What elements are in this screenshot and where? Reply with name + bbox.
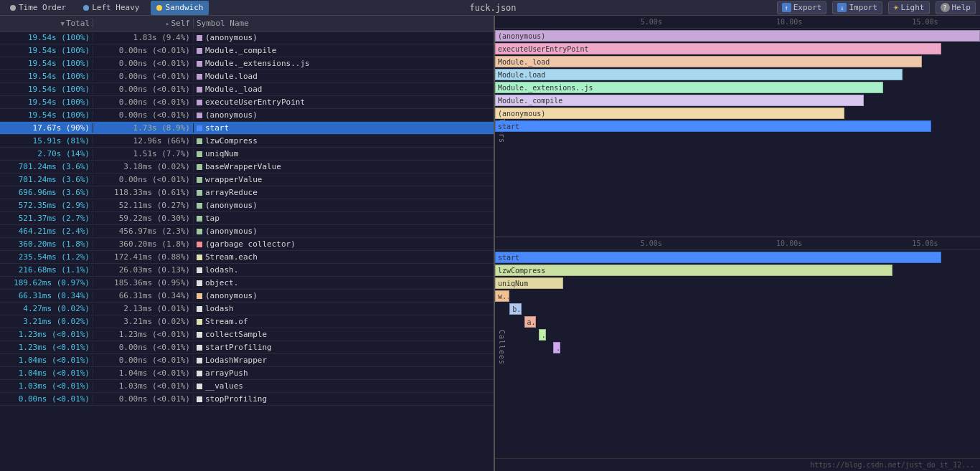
symbol-name: arrayReduce	[205, 188, 258, 197]
help-button[interactable]: ? Help	[936, 1, 976, 14]
table-row[interactable]: 66.31ms (0.34%) 66.31ms (0.34%) (anonymo…	[0, 290, 494, 303]
cell-self: 66.31ms (0.34%)	[93, 291, 194, 300]
cell-total: 360.20ms (1.8%)	[0, 239, 93, 249]
cell-total: 19.54s (100%)	[0, 46, 93, 55]
left-heavy-dot	[83, 5, 89, 11]
caller-bar[interactable]: (anonymous)	[495, 108, 844, 119]
callee-bar[interactable]: w...	[495, 290, 509, 302]
export-label: Export	[793, 3, 822, 12]
symbol-name: Module._extensions..js	[205, 59, 310, 68]
cell-self: 3.21ms (0.02%)	[93, 317, 194, 326]
table-row[interactable]: 19.54s (100%) 1.83s (9.4%) (anonymous)	[0, 32, 494, 44]
caller-bar[interactable]: executeUserEntryPoint	[495, 43, 941, 54]
light-label: Light	[900, 3, 924, 12]
caller-bar[interactable]: (anonymous)	[495, 30, 980, 42]
status-bar: https://blog.csdn.net/just_do_it_12...	[495, 458, 980, 471]
table-row[interactable]: 2.70s (14%) 1.51s (7.7%) uniqNum	[0, 148, 494, 161]
cell-symbol: stopProfiling	[194, 394, 494, 404]
cell-total: 464.21ms (2.4%)	[0, 227, 93, 236]
time-order-dot	[10, 5, 16, 11]
table-row[interactable]: 19.54s (100%) 0.00ns (<0.01%) Module._lo…	[0, 83, 494, 96]
question-icon: ?	[941, 3, 950, 12]
table-row[interactable]: 19.54s (100%) 0.00ns (<0.01%) Module.loa…	[0, 70, 494, 83]
symbol-name: start	[205, 123, 229, 133]
caller-bar[interactable]: Module._compile	[495, 95, 864, 106]
symbol-color	[197, 280, 202, 286]
table-row[interactable]: 1.04ms (<0.01%) 1.04ms (<0.01%) arrayPus…	[0, 367, 494, 380]
tab-left-heavy[interactable]: Left Heavy	[77, 1, 145, 15]
callee-bar[interactable]: b...	[509, 303, 522, 315]
table-row[interactable]: 521.37ms (2.7%) 59.22ms (0.30%) tap	[0, 212, 494, 225]
callee-bar[interactable]: ...	[553, 342, 560, 353]
table-row[interactable]: 696.96ms (3.6%) 118.33ms (0.61%) arrayRe…	[0, 186, 494, 199]
cell-symbol: Module._extensions..js	[194, 59, 494, 68]
table-row[interactable]: 1.23ms (<0.01%) 0.00ns (<0.01%) startPro…	[0, 341, 494, 354]
light-button[interactable]: ☀ Light	[888, 1, 929, 14]
tab-time-order[interactable]: Time Order	[4, 1, 72, 15]
symbol-color	[197, 371, 202, 376]
table-row[interactable]: 701.24ms (3.6%) 3.18ms (0.02%) baseWrapp…	[0, 161, 494, 173]
symbol-color	[197, 87, 202, 92]
cell-total: 4.27ms (0.02%)	[0, 304, 93, 313]
table-row[interactable]: 189.62ms (0.97%) 185.36ms (0.95%) object…	[0, 277, 494, 290]
table-row[interactable]: 360.20ms (1.8%) 360.20ms (1.8%) (garbage…	[0, 238, 494, 251]
symbol-name: startProfiling	[205, 343, 272, 352]
table-row[interactable]: 19.54s (100%) 0.00ns (<0.01%) (anonymous…	[0, 109, 494, 122]
table-row[interactable]: 701.24ms (3.6%) 0.00ns (<0.01%) wrapperV…	[0, 173, 494, 186]
cell-total: 572.35ms (2.9%)	[0, 201, 93, 210]
table-row[interactable]: 216.68ms (1.1%) 26.03ms (0.13%) lodash.	[0, 264, 494, 277]
table-row[interactable]: 464.21ms (2.4%) 456.97ms (2.3%) (anonymo…	[0, 225, 494, 238]
symbol-name: (anonymous)	[205, 33, 258, 42]
tab-sandwich[interactable]: Sandwich	[151, 1, 209, 15]
table-row[interactable]: 4.27ms (0.02%) 2.13ms (0.01%) lodash	[0, 303, 494, 315]
callee-bar[interactable]: a...	[524, 316, 537, 328]
callee-bar[interactable]: start	[495, 252, 941, 263]
table-row[interactable]: 0.00ns (<0.01%) 0.00ns (<0.01%) stopProf…	[0, 393, 494, 406]
table-row[interactable]: 3.21ms (0.02%) 3.21ms (0.02%) Stream.of	[0, 315, 494, 328]
symbol-color	[197, 384, 202, 389]
callee-bar[interactable]: lzwCompress	[495, 265, 892, 276]
callers-bars: (anonymous)executeUserEntryPointModule._…	[495, 29, 980, 237]
cell-self: 0.00ns (<0.01%)	[93, 46, 194, 55]
symbol-name: lodash	[205, 304, 234, 313]
symbol-name: Stream.of	[205, 317, 248, 326]
symbol-color	[197, 164, 202, 170]
caller-bar[interactable]: Module._load	[495, 56, 922, 67]
cell-symbol: Module._compile	[194, 46, 494, 55]
symbol-color	[197, 332, 202, 338]
cell-symbol: Module._load	[194, 85, 494, 94]
cell-symbol: object.	[194, 278, 494, 287]
table-row[interactable]: 1.23ms (<0.01%) 1.23ms (<0.01%) collectS…	[0, 328, 494, 341]
caller-bar[interactable]: Module.load	[495, 69, 903, 80]
cell-self: 1.03ms (<0.01%)	[93, 381, 194, 391]
table-row[interactable]: 235.54ms (1.2%) 172.41ms (0.88%) Stream.…	[0, 251, 494, 264]
export-button[interactable]: ↑ Export	[777, 1, 827, 14]
table-row[interactable]: 19.54s (100%) 0.00ns (<0.01%) Module._co…	[0, 44, 494, 57]
callee-bar[interactable]: uniqNum	[495, 277, 563, 289]
cell-self: 0.00ns (<0.01%)	[93, 59, 194, 68]
table-row[interactable]: 19.54s (100%) 0.00ns (<0.01%) executeUse…	[0, 96, 494, 109]
symbol-color	[197, 306, 202, 312]
table-row[interactable]: 572.35ms (2.9%) 52.11ms (0.27%) (anonymo…	[0, 199, 494, 212]
cell-total: 1.23ms (<0.01%)	[0, 330, 93, 339]
table-row[interactable]: 15.91s (81%) 12.96s (66%) lzwCompress	[0, 135, 494, 148]
table-row[interactable]: 19.54s (100%) 0.00ns (<0.01%) Module._ex…	[0, 57, 494, 70]
cell-self: 118.33ms (0.61%)	[93, 188, 194, 197]
header-symbol-label: Symbol Name	[197, 19, 249, 28]
cell-total: 216.68ms (1.1%)	[0, 265, 93, 275]
table-row[interactable]: 17.67s (90%) 1.73s (8.9%) start	[0, 122, 494, 135]
symbol-color	[197, 345, 202, 351]
cell-total: 19.54s (100%)	[0, 72, 93, 81]
cell-symbol: Stream.each	[194, 252, 494, 262]
table-row[interactable]: 1.03ms (<0.01%) 1.03ms (<0.01%) __values	[0, 380, 494, 393]
callee-bar[interactable]: ...	[539, 329, 546, 341]
sandwich-dot	[156, 5, 162, 11]
symbol-color	[197, 242, 202, 247]
symbol-color	[197, 125, 202, 131]
cell-self: 52.11ms (0.27%)	[93, 201, 194, 210]
caller-bar[interactable]: Module._extensions..js	[495, 82, 883, 93]
caller-bar[interactable]: start	[495, 120, 931, 132]
table-row[interactable]: 1.04ms (<0.01%) 0.00ns (<0.01%) LodashWr…	[0, 354, 494, 367]
cell-symbol: arrayPush	[194, 368, 494, 378]
import-button[interactable]: ↓ Import	[832, 1, 882, 14]
